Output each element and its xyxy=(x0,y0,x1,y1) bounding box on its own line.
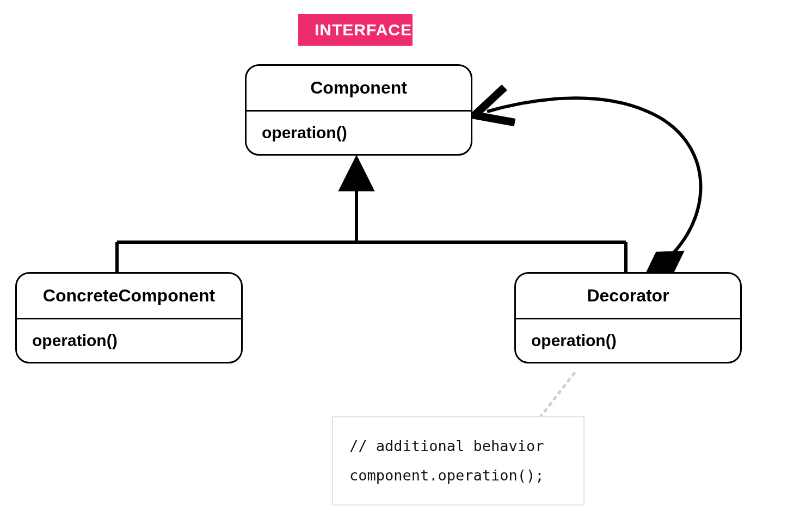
class-concrete-title: ConcreteComponent xyxy=(17,274,241,318)
class-component-title: Component xyxy=(247,66,471,110)
edge-decorator-has-component xyxy=(487,98,701,275)
note-line-2: component.operation(); xyxy=(349,461,567,490)
note-line-1: // additional behavior xyxy=(349,431,567,461)
class-decorator-title: Decorator xyxy=(516,274,740,318)
edge-note-anchor xyxy=(539,373,574,419)
class-component-operation: operation() xyxy=(247,112,471,154)
decorator-operation-note: // additional behavior component.operati… xyxy=(332,416,585,505)
stereotype-interface: INTERFACE xyxy=(298,14,413,46)
class-decorator: Decorator operation() xyxy=(514,272,742,363)
diagram-canvas: INTERFACE Component operation() Concrete… xyxy=(0,0,812,518)
class-component: Component operation() xyxy=(245,64,472,156)
class-concrete-component: ConcreteComponent operation() xyxy=(15,272,243,363)
class-concrete-operation: operation() xyxy=(17,319,241,362)
class-decorator-operation: operation() xyxy=(516,319,740,362)
